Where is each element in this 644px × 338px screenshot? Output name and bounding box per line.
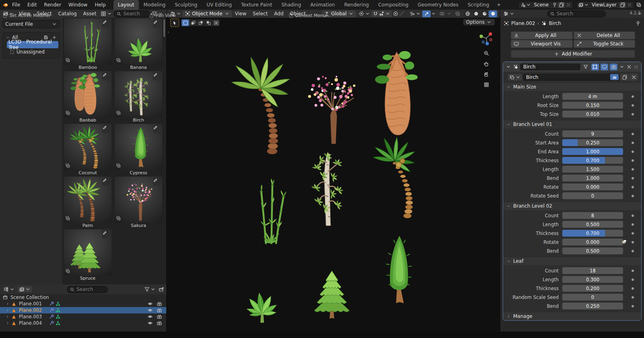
realtime-display-button[interactable] (601, 64, 608, 70)
slider-field-start-area[interactable]: 0.250 (562, 139, 623, 146)
outliner-row-plane-001[interactable]: Plane.001 (0, 301, 166, 307)
active-tool-button[interactable] (170, 19, 179, 27)
modifier-wrench-icon[interactable] (49, 321, 54, 326)
tab-animation[interactable]: Animation (306, 0, 339, 10)
catalog-item-lc3d-procedural-tree[interactable]: LC3D - Procedural Tree (7, 41, 58, 48)
duplicate-window-icon[interactable] (636, 2, 642, 8)
edit-asset-badge[interactable] (153, 72, 161, 80)
outliner-row-plane-003[interactable]: Plane.003 (0, 313, 166, 320)
show-gizmo-button[interactable] (408, 10, 422, 17)
number-field-length[interactable]: 0.500 (562, 221, 623, 228)
slider-field-thickness[interactable]: 0.700 (562, 230, 623, 237)
tree-coconut[interactable] (366, 134, 427, 221)
asset-menu-catalog[interactable]: Catalog (55, 11, 80, 16)
animate-decorator-dot[interactable] (632, 241, 634, 243)
animate-decorator-dot[interactable] (632, 232, 634, 235)
close-icon[interactable] (565, 2, 572, 8)
orientation-selector[interactable]: Global (322, 10, 356, 17)
object-name[interactable]: Plane.003 (19, 314, 42, 319)
pin-icon[interactable] (635, 21, 641, 26)
viewport-options[interactable]: Options (463, 19, 495, 25)
modifier-wrench-icon[interactable] (49, 308, 54, 313)
select-extend-button[interactable] (189, 19, 197, 26)
xray-toggle[interactable] (453, 10, 462, 17)
tab-modeling[interactable]: Modeling (139, 0, 170, 10)
gizmo-toggle[interactable] (422, 10, 436, 17)
remove-modifier-icon[interactable] (626, 64, 632, 70)
chevron-right-icon[interactable] (6, 315, 10, 319)
menu-file[interactable]: File (8, 0, 24, 10)
outliner-display-mode[interactable] (2, 286, 16, 293)
number-field-count[interactable]: 9 (562, 130, 623, 137)
menu-edit[interactable]: Edit (24, 0, 40, 10)
tab-shading[interactable]: Shading (277, 0, 305, 10)
edit-mode-display-button[interactable] (591, 64, 599, 70)
zoom-icon[interactable] (483, 50, 489, 56)
asset-baobab[interactable]: Baobab (64, 71, 111, 123)
viewport-3d[interactable]: Options ‹ (167, 18, 500, 332)
tree-bamboo[interactable] (246, 171, 292, 248)
asset-thumbnail[interactable] (115, 19, 162, 65)
hide-eye-icon[interactable] (147, 307, 153, 313)
asset-palm[interactable]: Palm (64, 177, 111, 229)
slider-field-end-area[interactable]: 1.000 (562, 148, 623, 155)
asset-search-input[interactable]: Search (114, 10, 151, 17)
tree-banana[interactable] (225, 268, 299, 326)
asset-cypress[interactable]: Cypress (115, 124, 162, 176)
region-pull-tab[interactable]: ‹ (167, 30, 169, 34)
tree-baobab[interactable] (367, 37, 426, 141)
animate-decorator-dot[interactable] (632, 95, 634, 98)
new-viewlayer-icon[interactable] (619, 2, 626, 8)
render-display-button[interactable] (610, 64, 617, 70)
chevron-right-icon[interactable] (6, 321, 10, 325)
tree-spruce[interactable] (309, 234, 355, 324)
object-name[interactable]: Plane.002 (19, 307, 42, 313)
edit-asset-badge[interactable] (153, 178, 161, 186)
object-name[interactable]: Plane.001 (19, 301, 42, 307)
geometry-nodes-icon[interactable] (56, 321, 60, 326)
animate-decorator-dot[interactable] (632, 142, 634, 144)
hide-eye-icon[interactable] (147, 320, 153, 326)
hide-eye-icon[interactable] (147, 301, 153, 307)
modifier-name-field[interactable]: Birch (520, 64, 580, 70)
outliner-search-input[interactable]: Search (67, 286, 108, 293)
asset-menu-asset[interactable]: Asset (80, 11, 100, 16)
animate-decorator-dot[interactable] (632, 133, 634, 135)
number-field-rotate[interactable]: 0.000 (562, 239, 623, 245)
asset-thumbnail[interactable] (64, 229, 111, 276)
modifier-panel-header[interactable]: Birch (503, 62, 641, 72)
animate-decorator-dot[interactable] (632, 150, 634, 153)
asset-thumbnail[interactable] (64, 19, 111, 65)
edit-asset-badge[interactable] (153, 20, 161, 28)
apply-all-button[interactable]: Apply All (511, 31, 573, 39)
tab-texture-paint[interactable]: Texture Paint (237, 0, 277, 10)
chevron-right-icon[interactable] (6, 308, 10, 312)
number-field-length[interactable]: 0.300 (562, 276, 623, 283)
add-workspace-button[interactable]: + (494, 0, 504, 10)
section-header-branch-level-02[interactable]: Branch Level 02 (503, 202, 641, 210)
shading-rendered-button[interactable] (489, 10, 497, 17)
animate-decorator-dot[interactable] (632, 223, 634, 226)
asset-thumbnail[interactable] (115, 71, 162, 117)
tab-rendering[interactable]: Rendering (340, 0, 373, 10)
geometry-nodes-icon[interactable] (56, 314, 60, 319)
viewlayer-selector[interactable]: ViewLayer (576, 1, 634, 9)
outliner-row-plane-002[interactable]: Plane.002 (0, 307, 166, 313)
menu-help[interactable]: Help (91, 0, 109, 10)
scene-selector[interactable]: Scene (518, 1, 573, 9)
menu-render[interactable]: Render (40, 0, 65, 10)
section-header-leaf[interactable]: Leaf (503, 257, 641, 265)
slider-field-thickness[interactable]: 0.700 (562, 157, 623, 164)
pin-icon[interactable] (551, 2, 558, 8)
select-invert-button[interactable] (204, 19, 212, 26)
number-field-bend[interactable]: 0.500 (562, 247, 623, 254)
overlays-button[interactable] (436, 10, 453, 18)
breadcrumb-modifier[interactable]: Birch (549, 21, 561, 26)
animate-decorator-dot[interactable] (632, 287, 634, 290)
menu-window[interactable]: Window (65, 0, 91, 10)
tab-geometry-nodes[interactable]: Geometry Nodes (413, 0, 463, 10)
unlink-button[interactable] (630, 74, 638, 80)
animate-decorator-dot[interactable] (632, 104, 634, 107)
fake-user-button[interactable] (610, 74, 619, 80)
axis-gizmo[interactable] (479, 31, 494, 46)
